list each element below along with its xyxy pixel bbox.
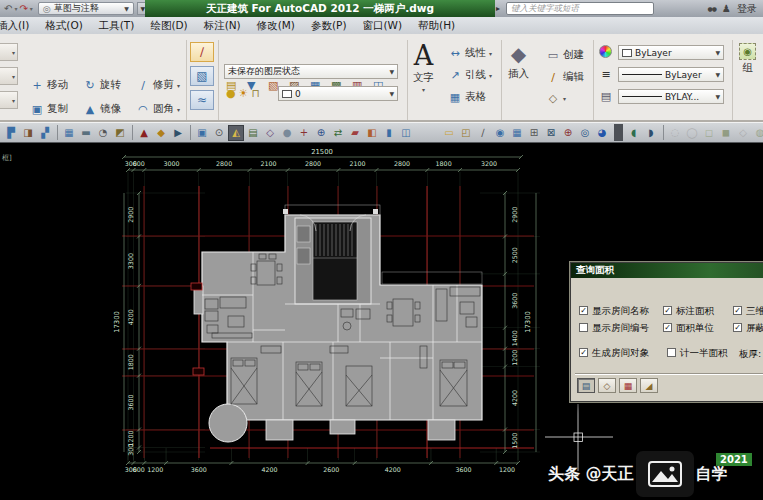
toolbar-icon-2[interactable]: ◨ <box>20 125 36 141</box>
modify-tool-5[interactable]: ▲镜像 <box>83 102 121 116</box>
layer-tool-3[interactable]: ▧ <box>268 79 278 92</box>
checkbox-2[interactable]: ✓ <box>663 306 672 315</box>
toolbar-icon-5[interactable]: ▦ <box>61 125 77 141</box>
toolbar-icon-10[interactable]: ▲ <box>136 125 152 141</box>
menu-item-6[interactable]: 修改(M) <box>249 19 303 33</box>
toolbar-icon-6[interactable]: ▬ <box>78 125 94 141</box>
pick-polygon-tool-button[interactable]: ◇ <box>598 378 616 393</box>
toolbar-icon-12[interactable]: ▶ <box>170 125 186 141</box>
toolbar-icon-20[interactable]: + <box>296 125 312 141</box>
toolbar-icon-22[interactable]: ⇄ <box>330 125 346 141</box>
toolbar-icon-1[interactable]: ▛ <box>3 125 19 141</box>
user-icon[interactable]: ♟ <box>722 3 731 14</box>
toolbar-icon-40[interactable]: ◗ <box>643 125 659 141</box>
dialog-title-bar[interactable]: 查询面积 <box>571 263 763 278</box>
object-color-dropdown[interactable]: ByLayer ▼ <box>618 45 724 60</box>
lineweight-tool[interactable]: ≡ <box>599 67 613 81</box>
menu-item-8[interactable]: 窗口(W) <box>355 19 411 33</box>
toolbar-icon-19[interactable]: ● <box>279 125 295 141</box>
toolbar-icon-28[interactable]: ▭ <box>441 125 457 141</box>
menu-item-5[interactable]: 标注(N) <box>196 19 249 33</box>
layer-state-dropdown[interactable]: 未保存的图层状态 ▼ <box>224 64 398 79</box>
toolbar-icon-47[interactable]: ◍ <box>752 125 763 141</box>
toolbar-icon-44[interactable]: ◻ <box>701 125 717 141</box>
tz-sketch-tool-button[interactable]: ∕ <box>190 42 214 62</box>
toolbar-icon-34[interactable]: ⊠ <box>543 125 559 141</box>
undo-dropdown-icon[interactable]: ▾ <box>14 5 17 12</box>
menu-item-3[interactable]: 工具(T) <box>91 19 143 33</box>
tz-wall-tool-button[interactable]: ▧ <box>190 66 214 86</box>
menu-item-1[interactable]: 插入(I) <box>0 19 37 33</box>
menu-item-7[interactable]: 参数(P) <box>303 19 355 33</box>
toolbar-icon-23[interactable]: ▰ <box>347 125 363 141</box>
toolbar-icon-15[interactable]: ⊙ <box>211 125 227 141</box>
pick-screen-tool-button[interactable]: ▦ <box>619 378 637 393</box>
linear-dim-button[interactable]: ↔线性▾ <box>448 46 492 60</box>
modify-tool-3[interactable]: ∕修剪▾ <box>136 78 180 92</box>
checkbox-6[interactable]: ✓ <box>733 323 742 332</box>
color-wheel[interactable] <box>599 45 612 58</box>
sun-icon[interactable]: ☀ <box>239 87 249 100</box>
toolbar-icon-37[interactable]: ◕ <box>594 125 610 141</box>
cutoff-ribbon-button[interactable]: ▾ <box>0 67 18 85</box>
toolbar-icon-16[interactable]: ◭ <box>228 125 244 141</box>
query-area-dialog[interactable]: 查询面积 ✓显示房间名称✓标注面积✓三维显示房间编号✓面积单位✓屏蔽✓生成房间对… <box>570 262 763 402</box>
redo-dropdown-icon[interactable]: ▾ <box>30 5 33 12</box>
toolbar-icon-33[interactable]: ⊞ <box>526 125 542 141</box>
toolbar-icon-7[interactable]: ◔ <box>95 125 111 141</box>
edit-block-button[interactable]: ∕编辑 <box>546 70 584 84</box>
linetype-dropdown[interactable]: BYLAY... ▼ <box>618 89 724 104</box>
bulb-icon[interactable]: ● <box>226 87 236 100</box>
current-layer-dropdown[interactable]: 0 ▼ <box>278 86 398 101</box>
group-button[interactable]: ◉ 组 <box>739 43 756 75</box>
toolbar-icon-35[interactable]: ⊕ <box>560 125 576 141</box>
modify-tool-2[interactable]: ↻旋转 <box>83 78 121 92</box>
drawing-canvas[interactable]: 框] <box>0 143 763 500</box>
toolbar-icon-36[interactable]: ◎ <box>577 125 593 141</box>
toolbar-icon-43[interactable]: ◯ <box>684 125 700 141</box>
toolbar-icon-42[interactable]: ◌ <box>667 125 683 141</box>
create-block-button[interactable]: ▭创建 <box>546 48 584 62</box>
checkbox-7[interactable]: ✓ <box>579 348 588 357</box>
toolbar-icon-14[interactable]: ▣ <box>194 125 210 141</box>
linetype-tool[interactable]: ▤ <box>599 89 613 103</box>
modify-tool-6[interactable]: ◠圆角▾ <box>136 102 180 116</box>
toolbar-icon-29[interactable]: ◰ <box>458 125 474 141</box>
redo-icon[interactable]: ↷ <box>19 4 27 14</box>
cutoff-ribbon-button[interactable]: ▾ <box>0 43 18 61</box>
toolbar-icon-30[interactable]: ∕ <box>475 125 491 141</box>
toolbar-icon-25[interactable]: ▮ <box>381 125 397 141</box>
cutoff-ribbon-button[interactable]: ▾ <box>0 91 18 109</box>
toolbar-icon-26[interactable]: ◫ <box>398 125 414 141</box>
toolbar-icon-3[interactable]: ▞ <box>37 125 53 141</box>
checkbox-3[interactable]: ✓ <box>733 306 742 315</box>
login-link[interactable]: 登录 <box>737 2 757 16</box>
workspace-switcher[interactable]: ◎ 草图与注释 ▼ <box>38 2 134 15</box>
search-binoculars-icon[interactable]: ●● <box>708 5 716 12</box>
tz-cloud-tool-button[interactable]: ≈ <box>190 90 214 110</box>
leader-button[interactable]: ↗引线▾ <box>448 68 492 82</box>
block-attr-dropdown[interactable]: ◇▾ <box>546 91 566 105</box>
toolbar-icon-39[interactable]: ◖ <box>626 125 642 141</box>
table-button[interactable]: ▦表格 <box>448 90 486 104</box>
toolbar-icon-18[interactable]: ◇ <box>262 125 278 141</box>
modify-tool-1[interactable]: +移动 <box>30 78 68 92</box>
toolbar-icon-45[interactable]: ◼ <box>718 125 734 141</box>
toolbar-icon-8[interactable]: ◩ <box>112 125 128 141</box>
toolbar-icon-32[interactable]: ▦ <box>509 125 525 141</box>
menu-item-4[interactable]: 绘图(D) <box>142 19 195 33</box>
toolbar-icon-11[interactable]: ◆ <box>153 125 169 141</box>
text-tool-button[interactable]: A 文字 ▾ <box>413 42 434 93</box>
modify-tool-4[interactable]: ▣复制 <box>30 102 68 116</box>
menu-item-9[interactable]: 帮助(H) <box>410 19 463 33</box>
toolbar-icon-31[interactable]: ◉ <box>492 125 508 141</box>
menu-item-2[interactable]: 格式(O) <box>37 19 90 33</box>
unlock-icon[interactable]: ⊓ <box>251 87 260 100</box>
toolbar-icon-21[interactable]: ⊕ <box>313 125 329 141</box>
pick-angle-tool-button[interactable]: ◢ <box>640 378 658 393</box>
toolbar-icon-46[interactable]: ◇ <box>735 125 751 141</box>
undo-icon[interactable]: ↶ <box>4 4 12 14</box>
toolbar-icon-24[interactable]: ◧ <box>364 125 380 141</box>
checkbox-4[interactable] <box>579 323 588 332</box>
checkbox-1[interactable]: ✓ <box>579 306 588 315</box>
